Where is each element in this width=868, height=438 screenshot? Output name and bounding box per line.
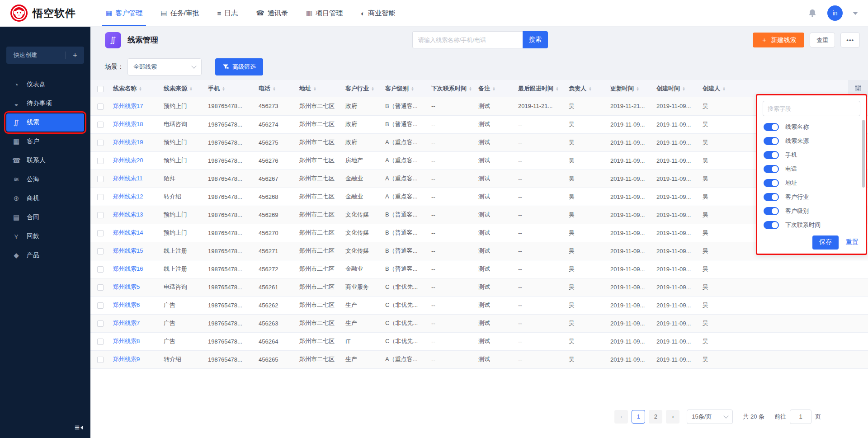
lead-name-link[interactable]: 郑州线索19 [113, 139, 143, 146]
row-checkbox[interactable] [97, 140, 104, 146]
field-toggle[interactable] [764, 123, 779, 131]
column-header[interactable]: 手机 ▲▼ [205, 80, 256, 97]
sidebar-item[interactable]: ¥ 回款 [6, 227, 84, 245]
table-row[interactable]: 郑州线索20 预约上门 198765478... 456276 郑州市二七区 房… [90, 151, 868, 170]
field-search-input[interactable] [763, 101, 860, 116]
reset-button[interactable]: 重置 [846, 238, 859, 246]
row-checkbox[interactable] [97, 284, 104, 291]
table-row[interactable]: 郑州线索13 预约上门 198765478... 456269 郑州市二七区 文… [90, 206, 868, 224]
row-checkbox[interactable] [97, 122, 104, 128]
sort-icon[interactable]: ▲▼ [313, 86, 316, 91]
page-number-button[interactable]: 1 [632, 410, 645, 424]
sort-icon[interactable]: ▲▼ [222, 86, 225, 91]
lead-name-link[interactable]: 郑州线索18 [113, 121, 143, 127]
column-header[interactable]: 线索来源 ▲▼ [161, 80, 205, 97]
dedupe-button[interactable]: 查重 [810, 33, 835, 47]
row-checkbox[interactable] [97, 248, 104, 254]
nav-item[interactable]: ≡ 日志 [216, 0, 240, 26]
sidebar-item[interactable]: ◆ 产品 [6, 246, 84, 264]
column-header[interactable]: 地址 ▲▼ [297, 80, 343, 97]
nav-item[interactable]: ▥ 项目管理 [304, 0, 344, 26]
sort-icon[interactable]: ▲▼ [371, 86, 374, 91]
table-row[interactable]: 郑州线索6 广告 198765478... 456262 郑州市二七区 生产 C… [90, 296, 868, 314]
row-checkbox[interactable] [97, 230, 104, 236]
field-toggle[interactable] [764, 221, 779, 229]
field-toggle[interactable] [764, 151, 779, 159]
prev-page-button[interactable]: ‹ [614, 410, 628, 424]
field-toggle[interactable] [764, 179, 779, 187]
row-checkbox[interactable] [97, 194, 104, 200]
lead-name-link[interactable]: 郑州线索15 [113, 247, 143, 254]
table-row[interactable]: 郑州线索19 预约上门 198765478... 456275 郑州市二七区 政… [90, 133, 868, 151]
column-header[interactable]: 客户行业 ▲▼ [343, 80, 382, 97]
sidebar-item[interactable]: ◒ 待办事项 [6, 94, 84, 113]
lead-name-link[interactable]: 郑州线索9 [113, 356, 140, 363]
lead-name-link[interactable]: 郑州线索5 [113, 283, 140, 290]
sidebar-collapse-button[interactable]: ≡ [75, 423, 83, 433]
sort-icon[interactable]: ▲▼ [682, 86, 685, 91]
field-toggle[interactable] [764, 137, 779, 145]
sidebar-item[interactable]: ⊛ 商机 [6, 189, 84, 207]
table-row[interactable]: 郑州线索15 线上注册 198765478... 456271 郑州市二七区 文… [90, 242, 868, 260]
sidebar-item[interactable]: ◔ 仪表盘 [6, 75, 84, 94]
column-header[interactable]: 更新时间 ▲▼ [608, 80, 654, 97]
table-row[interactable]: 郑州线索7 广告 198765478... 456263 郑州市二七区 生产 C… [90, 314, 868, 332]
column-header[interactable]: 创建人 ▲▼ [700, 80, 736, 97]
table-row[interactable]: 郑州线索12 转介绍 198765478... 456268 郑州市二七区 金融… [90, 188, 868, 206]
table-row[interactable]: 郑州线索5 电话咨询 198765478... 456261 郑州市二七区 商业… [90, 278, 868, 296]
lead-name-link[interactable]: 郑州线索17 [113, 103, 143, 109]
sidebar-item[interactable]: ☎ 联系人 [6, 151, 84, 170]
column-header[interactable]: 下次联系时间 ▲▼ [429, 80, 476, 97]
scene-select[interactable]: 全部线索 [127, 58, 202, 75]
advanced-filter-button[interactable]: 高级筛选 [215, 58, 263, 75]
sidebar-item[interactable]: ▦ 客户 [6, 132, 84, 151]
page-number-button[interactable]: 2 [649, 410, 662, 424]
sort-icon[interactable]: ▲▼ [469, 86, 472, 91]
row-checkbox[interactable] [97, 104, 104, 110]
next-page-button[interactable]: › [666, 410, 679, 424]
select-all-checkbox[interactable] [97, 86, 104, 92]
row-checkbox[interactable] [97, 339, 104, 345]
column-header[interactable]: 线索名称 ▲▼ [110, 80, 161, 97]
panel-scrollbar[interactable] [862, 120, 865, 188]
field-toggle[interactable] [764, 207, 779, 215]
goto-page-input[interactable] [790, 410, 811, 424]
sort-icon[interactable]: ▲▼ [139, 86, 142, 91]
row-checkbox[interactable] [97, 158, 104, 164]
table-row[interactable]: 郑州线索16 线上注册 198765478... 456272 郑州市二七区 金… [90, 260, 868, 278]
row-checkbox[interactable] [97, 266, 104, 273]
lead-name-link[interactable]: 郑州线索7 [113, 320, 140, 326]
column-header[interactable]: 电话 ▲▼ [256, 80, 297, 97]
table-row[interactable]: 郑州线索11 陌拜 198765478... 456267 郑州市二七区 金融业… [90, 170, 868, 188]
nav-item[interactable]: ▦ 客户管理 [104, 0, 144, 26]
table-row[interactable]: 郑州线索9 转介绍 198765478... 456265 郑州市二七区 生产 … [90, 350, 868, 368]
lead-name-link[interactable]: 郑州线索13 [113, 211, 143, 218]
row-checkbox[interactable] [97, 212, 104, 218]
sidebar-item[interactable]: ∬ 线索 [6, 113, 84, 132]
sort-icon[interactable]: ▲▼ [273, 86, 276, 91]
more-actions-button[interactable]: ••• [840, 33, 860, 47]
new-lead-button[interactable]: ＋ 新建线索 [753, 33, 804, 47]
lead-search-input[interactable] [412, 31, 523, 48]
plus-icon[interactable]: ＋ [66, 51, 84, 60]
sidebar-item[interactable]: ▤ 合同 [6, 208, 84, 226]
sort-icon[interactable]: ▲▼ [589, 86, 592, 91]
sort-icon[interactable]: ▲▼ [492, 86, 495, 91]
table-row[interactable]: 郑州线索14 预约上门 198765478... 456270 郑州市二七区 文… [90, 224, 868, 242]
nav-item[interactable]: ☎ 通讯录 [254, 0, 290, 26]
sort-icon[interactable]: ▲▼ [636, 86, 639, 91]
quick-create-button[interactable]: 快速创建 ＋ [6, 47, 84, 64]
sidebar-item[interactable]: ≋ 公海 [6, 170, 84, 188]
sort-icon[interactable]: ▲▼ [189, 86, 193, 91]
row-checkbox[interactable] [97, 320, 104, 327]
field-toggle[interactable] [764, 165, 779, 173]
search-button[interactable]: 搜索 [523, 31, 548, 48]
table-row[interactable]: 郑州线索8 广告 198765478... 456264 郑州市二七区 IT C… [90, 332, 868, 350]
bell-icon[interactable] [807, 8, 817, 18]
lead-name-link[interactable]: 郑州线索11 [113, 175, 143, 182]
field-toggle[interactable] [764, 193, 779, 201]
page-size-select[interactable]: 15条/页 [687, 410, 733, 424]
sort-icon[interactable]: ▲▼ [556, 86, 559, 91]
column-header[interactable]: 创建时间 ▲▼ [654, 80, 700, 97]
sort-icon[interactable]: ▲▼ [722, 86, 726, 91]
